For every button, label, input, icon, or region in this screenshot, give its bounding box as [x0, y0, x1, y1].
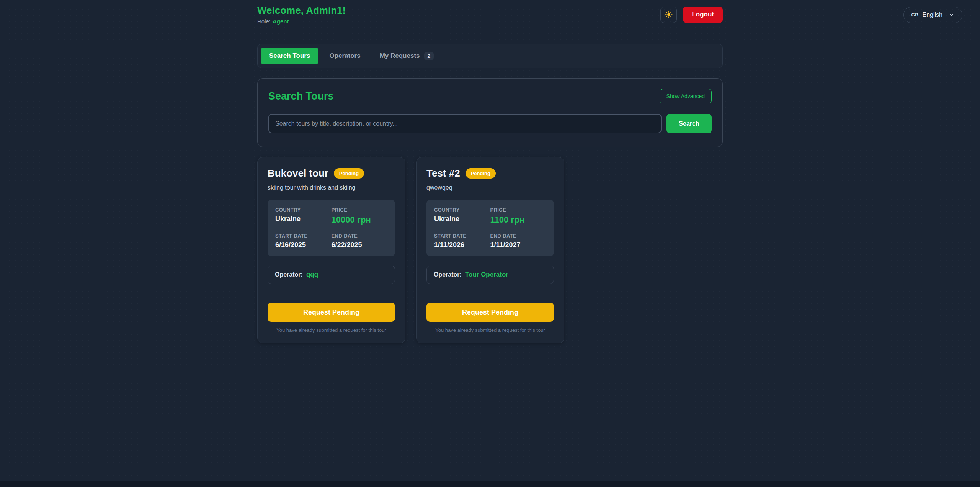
detail-value: 6/16/2025: [275, 241, 332, 249]
show-advanced-button[interactable]: Show Advanced: [660, 89, 712, 103]
welcome-title: Welcome, Admin1!: [257, 5, 346, 16]
detail-value: Ukraine: [434, 215, 490, 223]
welcome-block: Welcome, Admin1! Role:Agent: [257, 5, 346, 25]
card-header: Test #2 Pending: [426, 167, 554, 179]
header-inner: Welcome, Admin1! Role:Agent: [257, 5, 723, 25]
detail-price: PRICE 1100 грн: [490, 207, 547, 225]
status-badge: Pending: [466, 168, 496, 179]
app-header: Welcome, Admin1! Role:Agent: [0, 0, 980, 30]
search-row: Search: [268, 114, 712, 133]
role-label: Role:: [257, 18, 271, 25]
detail-label: END DATE: [490, 233, 547, 239]
tab-bar: Search Tours Operators My Requests 2: [257, 44, 723, 68]
detail-value-price: 10000 грн: [332, 215, 388, 225]
search-input[interactable]: [268, 114, 662, 133]
detail-label: END DATE: [332, 233, 388, 239]
request-note: You have already submitted a request for…: [268, 327, 395, 333]
tour-description: skiing tour with drinks and skiing: [268, 184, 395, 191]
tour-details-box: COUNTRY Ukraine PRICE 10000 грн START DA…: [268, 200, 395, 256]
tab-label: Operators: [329, 52, 360, 60]
detail-country: COUNTRY Ukraine: [434, 207, 490, 225]
detail-value: 6/22/2025: [332, 241, 388, 249]
request-pending-button[interactable]: Request Pending: [268, 303, 395, 322]
detail-label: START DATE: [434, 233, 490, 239]
card-header: Bukovel tour Pending: [268, 167, 395, 179]
operator-label: Operator:: [275, 271, 303, 278]
language-label: English: [923, 11, 942, 18]
search-button[interactable]: Search: [666, 114, 712, 133]
tab-operators[interactable]: Operators: [321, 48, 369, 64]
detail-end-date: END DATE 6/22/2025: [332, 233, 388, 249]
language-flag: GB: [911, 12, 919, 18]
role-value: Agent: [273, 18, 289, 25]
tab-label: Search Tours: [269, 52, 310, 60]
detail-end-date: END DATE 1/11/2027: [490, 233, 547, 249]
tab-my-requests[interactable]: My Requests 2: [371, 47, 443, 65]
chevron-down-icon: [949, 12, 954, 18]
detail-value: 1/11/2027: [490, 241, 547, 249]
theme-toggle-button[interactable]: [660, 7, 677, 23]
logout-button[interactable]: Logout: [683, 7, 723, 23]
detail-label: PRICE: [490, 207, 547, 213]
detail-value: 1/11/2026: [434, 241, 490, 249]
tour-title: Test #2: [426, 167, 460, 179]
detail-value: Ukraine: [275, 215, 332, 223]
status-badge: Pending: [334, 168, 364, 179]
tour-cards-row: Bukovel tour Pending skiing tour with dr…: [257, 157, 723, 343]
detail-price: PRICE 10000 грн: [332, 207, 388, 225]
tab-label: My Requests: [380, 52, 420, 60]
tour-title: Bukovel tour: [268, 167, 328, 179]
detail-label: COUNTRY: [434, 207, 490, 213]
operator-name-link[interactable]: qqq: [306, 271, 318, 279]
tour-details-box: COUNTRY Ukraine PRICE 1100 грн START DAT…: [426, 200, 554, 256]
detail-start-date: START DATE 6/16/2025: [275, 233, 332, 249]
main-content: Search Tours Operators My Requests 2 Sea…: [0, 44, 980, 343]
card-divider: [426, 292, 554, 292]
tour-card-test2: Test #2 Pending qwewqeq COUNTRY Ukraine …: [416, 157, 564, 343]
requests-count-badge: 2: [424, 52, 434, 60]
operator-box: Operator: qqq: [268, 266, 395, 284]
request-pending-button[interactable]: Request Pending: [426, 303, 554, 322]
search-panel-header: Search Tours Show Advanced: [268, 89, 712, 103]
detail-label: PRICE: [332, 207, 388, 213]
sun-icon: [665, 10, 673, 19]
detail-label: START DATE: [275, 233, 332, 239]
tour-card-bukovel: Bukovel tour Pending skiing tour with dr…: [257, 157, 405, 343]
operator-label: Operator:: [434, 271, 462, 278]
detail-country: COUNTRY Ukraine: [275, 207, 332, 225]
language-selector[interactable]: GB English: [903, 7, 962, 23]
search-panel-title: Search Tours: [268, 90, 334, 102]
footer-strip: [0, 481, 980, 487]
operator-box: Operator: Tour Operator: [426, 266, 554, 284]
header-actions: Logout: [660, 7, 723, 23]
detail-value-price: 1100 грн: [490, 215, 547, 225]
detail-start-date: START DATE 1/11/2026: [434, 233, 490, 249]
tab-search-tours[interactable]: Search Tours: [261, 48, 318, 64]
card-divider: [268, 292, 395, 292]
search-panel: Search Tours Show Advanced Search: [257, 78, 723, 147]
tour-description: qwewqeq: [426, 184, 554, 191]
operator-name-link[interactable]: Tour Operator: [465, 271, 508, 279]
detail-label: COUNTRY: [275, 207, 332, 213]
request-note: You have already submitted a request for…: [426, 327, 554, 333]
role-line: Role:Agent: [257, 18, 346, 25]
